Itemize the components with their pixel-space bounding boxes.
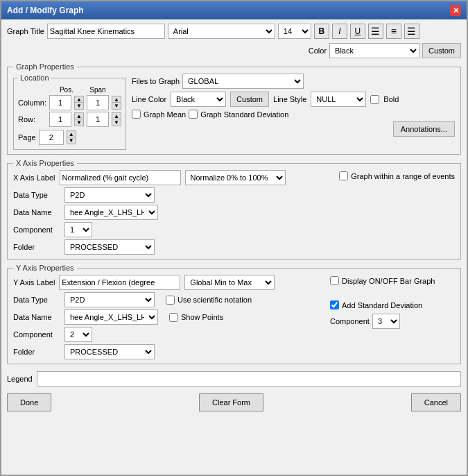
- annotations-button[interactable]: Annotations...: [393, 121, 455, 137]
- x-folder-select[interactable]: PROCESSED: [64, 239, 155, 255]
- y-axis-label-input[interactable]: [59, 275, 180, 290]
- display-bar-checkbox[interactable]: [330, 276, 339, 285]
- row-span-spinner[interactable]: ▲ ▼: [112, 112, 121, 126]
- column-pos-down[interactable]: ▼: [74, 103, 84, 110]
- scientific-notation-label: Use scientific notation: [177, 296, 252, 304]
- x-axis-legend: X Axis Properties: [13, 159, 77, 167]
- main-content: Graph Title Arial 14 B I U ☰ ≡ ☰ Color B…: [1, 19, 467, 475]
- y-axis-label-row: Y Axis Label Global Min to Max: [13, 275, 324, 290]
- color-select[interactable]: Black: [329, 43, 419, 58]
- column-pos-input[interactable]: [49, 95, 71, 110]
- row-pos-down[interactable]: ▼: [74, 119, 84, 126]
- add-std-checkbox[interactable]: [330, 300, 339, 309]
- x-data-type-select[interactable]: P2D: [64, 187, 155, 203]
- font-size-select[interactable]: 14: [278, 24, 311, 39]
- legend-label: Legend: [7, 375, 33, 383]
- graph-title-row: Graph Title Arial 14 B I U ☰ ≡ ☰: [7, 24, 461, 39]
- column-pos-spinner[interactable]: ▲ ▼: [74, 96, 84, 110]
- show-points-checkbox[interactable]: [169, 313, 178, 322]
- x-data-type-label: Data Type: [13, 191, 62, 199]
- bold-button[interactable]: B: [314, 24, 329, 39]
- annotations-row: Annotations...: [132, 121, 455, 137]
- std-component-select[interactable]: 3: [372, 314, 400, 329]
- y-axis-group: Y Axis Properties Y Axis Label Global Mi…: [7, 264, 461, 364]
- cancel-button[interactable]: Cancel: [411, 393, 461, 411]
- files-select[interactable]: GLOBAL: [182, 74, 304, 89]
- legend-input[interactable]: [37, 371, 461, 386]
- color-custom-button[interactable]: Custom: [422, 43, 461, 58]
- y-data-type-select[interactable]: P2D: [64, 292, 155, 307]
- underline-button[interactable]: U: [350, 24, 365, 39]
- x-data-name-label: Data Name: [13, 208, 62, 216]
- x-component-select[interactable]: 1: [64, 222, 92, 237]
- titlebar: Add / Modify Graph ✕: [1, 1, 467, 19]
- y-data-name-select[interactable]: hee Angle_X_LHS_LHS: [64, 309, 158, 325]
- graph-title-label: Graph Title: [7, 27, 44, 35]
- graph-props-inner: Location Pos. Span Column: ▲ ▼: [13, 74, 455, 150]
- align-center-button[interactable]: ≡: [386, 24, 401, 39]
- graph-std-checkbox[interactable]: [189, 110, 198, 119]
- page-input[interactable]: [39, 130, 64, 145]
- scientific-notation-checkbox[interactable]: [166, 296, 175, 305]
- row-label: Row:: [18, 115, 46, 124]
- page-up[interactable]: ▲: [67, 130, 76, 137]
- graph-title-input[interactable]: [47, 24, 165, 39]
- y-folder-select[interactable]: PROCESSED: [64, 344, 155, 359]
- y-axis-label-label: Y Axis Label: [13, 278, 55, 287]
- y-data-type-row: P2D Use scientific notation: [64, 292, 324, 307]
- page-label: Page: [18, 133, 36, 142]
- align-right-button[interactable]: ☰: [404, 24, 419, 39]
- done-button[interactable]: Done: [7, 393, 51, 411]
- row-span-down[interactable]: ▼: [112, 119, 121, 126]
- italic-button[interactable]: I: [332, 24, 347, 39]
- column-span-input[interactable]: [87, 95, 109, 110]
- column-span-spinner[interactable]: ▲ ▼: [112, 96, 121, 110]
- row-pos-up[interactable]: ▲: [74, 112, 84, 119]
- pos-label: Pos.: [49, 86, 84, 94]
- line-color-custom-button[interactable]: Custom: [230, 92, 269, 107]
- checkboxes-row: Graph Mean Graph Standard Deviation: [132, 110, 455, 119]
- column-span-down[interactable]: ▼: [112, 103, 121, 110]
- y-data-name-label: Data Name: [13, 313, 62, 321]
- x-data-name-select[interactable]: hee Angle_X_LHS_LHS: [64, 205, 158, 220]
- y-component-select[interactable]: 2: [64, 327, 92, 342]
- line-color-select[interactable]: Black: [171, 92, 226, 107]
- clear-form-button[interactable]: Clear Form: [199, 393, 263, 411]
- column-pos-up[interactable]: ▲: [74, 96, 84, 103]
- font-select[interactable]: Arial: [168, 24, 275, 39]
- line-row: Line Color Black Custom Line Style NULL …: [132, 92, 455, 107]
- page-down[interactable]: ▼: [67, 137, 76, 144]
- y-axis-left: Y Axis Label Global Min to Max Data Type…: [13, 275, 324, 359]
- x-data-grid: Data Type P2D Data Name hee Angle_X_LHS_…: [13, 187, 333, 255]
- files-label: Files to Graph: [132, 77, 180, 85]
- files-row: Files to Graph GLOBAL: [132, 74, 455, 89]
- std-component-label: Component: [330, 317, 370, 325]
- window-title: Add / Modify Graph: [7, 6, 84, 15]
- align-left-button[interactable]: ☰: [368, 24, 383, 39]
- x-graph-range-checkbox[interactable]: [339, 171, 348, 180]
- x-axis-label-input[interactable]: [60, 170, 181, 185]
- x-axis-label-row: X Axis Label Normalize 0% to 100%: [13, 170, 333, 185]
- add-std-row: Add Standard Deviation: [330, 300, 455, 309]
- bold-checkbox[interactable]: [370, 95, 379, 104]
- bottom-buttons: Done Clear Form Cancel: [7, 391, 461, 414]
- x-axis-label-label: X Axis Label: [13, 173, 55, 182]
- x-component-label: Component: [13, 226, 62, 234]
- row-span-input[interactable]: [87, 112, 109, 127]
- graph-mean-checkbox[interactable]: [132, 110, 141, 119]
- line-style-select[interactable]: NULL: [311, 92, 366, 107]
- column-span-up[interactable]: ▲: [112, 96, 121, 103]
- display-bar-row: Display ON/OFF Bar Graph: [330, 276, 455, 285]
- page-spinner[interactable]: ▲ ▼: [67, 130, 76, 144]
- row-span-up[interactable]: ▲: [112, 112, 121, 119]
- graph-properties-legend: Graph Properties: [13, 62, 77, 71]
- close-button[interactable]: ✕: [450, 5, 461, 16]
- graph-mean-label: Graph Mean: [144, 110, 186, 119]
- row-pos-spinner[interactable]: ▲ ▼: [74, 112, 84, 126]
- x-folder-label: Folder: [13, 243, 62, 251]
- y-range-select[interactable]: Global Min to Max: [184, 275, 275, 290]
- normalize-select[interactable]: Normalize 0% to 100%: [185, 170, 286, 185]
- column-pos-row: ▲ ▼: [49, 95, 84, 110]
- display-bar-label: Display ON/OFF Bar Graph: [342, 277, 435, 285]
- row-pos-input[interactable]: [49, 112, 71, 127]
